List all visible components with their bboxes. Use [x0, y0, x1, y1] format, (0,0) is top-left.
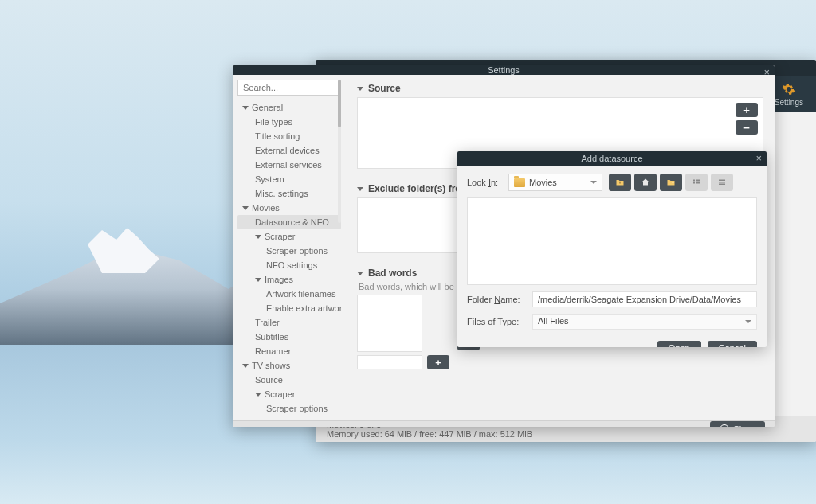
list-icon — [691, 178, 702, 187]
source-remove-button[interactable]: − — [736, 120, 758, 135]
tree-enable-extra-artwork[interactable]: Enable extra artwork — [237, 301, 341, 315]
new-folder-button[interactable] — [660, 174, 682, 191]
status-line-memory: Memory used: 64 MiB / free: 447 MiB / ma… — [327, 429, 805, 439]
tree-tv-scraper[interactable]: Scraper — [237, 387, 341, 401]
svg-rect-1 — [696, 180, 700, 182]
badwords-input[interactable] — [357, 355, 422, 369]
tree-system[interactable]: System — [237, 172, 341, 186]
settings-toolbar-button[interactable]: Settings — [775, 82, 803, 107]
open-button[interactable]: Open — [657, 341, 701, 347]
badwords-list[interactable] — [357, 295, 422, 352]
caret-down-icon — [242, 364, 249, 368]
folder-name-input[interactable] — [532, 291, 757, 307]
chevron-down-icon — [590, 181, 597, 184]
badwords-add-button[interactable]: + — [427, 355, 449, 369]
sidebar-scrollbar[interactable] — [338, 80, 341, 223]
svg-rect-3 — [696, 182, 700, 184]
settings-footer: Close — [233, 420, 775, 427]
tree-trailer[interactable]: Trailer — [237, 315, 341, 330]
tree-datasource-nfo[interactable]: Datasource & NFO — [237, 215, 341, 229]
caret-down-icon — [255, 235, 261, 239]
file-dialog-close-icon[interactable]: × — [755, 152, 762, 164]
folder-new-icon — [665, 178, 677, 187]
caret-down-icon — [255, 393, 261, 397]
details-icon — [716, 178, 728, 187]
detail-view-button[interactable] — [711, 174, 733, 191]
file-dialog: Add datasource × Look In: Movies — [457, 151, 767, 347]
source-add-button[interactable]: + — [736, 103, 758, 117]
file-list-pane[interactable] — [467, 197, 757, 285]
svg-rect-4 — [719, 180, 725, 182]
up-folder-button[interactable] — [609, 174, 631, 191]
caret-down-icon — [255, 278, 261, 282]
file-dialog-titlebar: Add datasource × — [457, 151, 767, 166]
file-dialog-title: Add datasource — [581, 154, 642, 163]
tree-renamer[interactable]: Renamer — [237, 344, 341, 358]
caret-down-icon — [242, 106, 249, 110]
folder-up-icon — [614, 178, 626, 187]
cancel-button[interactable]: Cancel — [708, 341, 757, 347]
tree-external-devices[interactable]: External devices — [237, 143, 341, 158]
caret-down-icon — [242, 206, 249, 210]
svg-rect-6 — [719, 184, 725, 186]
tree-title-sorting[interactable]: Title sorting — [237, 129, 341, 143]
settings-toolbar-label: Settings — [775, 98, 803, 107]
lookin-label: Look In: — [467, 178, 502, 187]
settings-sidebar: General File types Title sorting Externa… — [233, 75, 343, 420]
tree-misc[interactable]: Misc. settings — [237, 186, 341, 201]
caret-down-icon — [357, 87, 363, 91]
home-button[interactable] — [634, 174, 657, 191]
tree-artwork-filenames[interactable]: Artwork filenames — [237, 287, 341, 301]
home-icon — [640, 178, 651, 187]
folder-name-label: Folder Name: — [467, 295, 526, 304]
settings-close-icon[interactable]: × — [763, 66, 770, 78]
tree-scraper[interactable]: Scraper — [237, 229, 341, 244]
settings-title: Settings — [488, 65, 520, 75]
folder-icon — [514, 178, 525, 187]
tree-file-types[interactable]: File types — [237, 115, 341, 129]
settings-search-input[interactable] — [237, 80, 341, 96]
svg-rect-5 — [719, 182, 725, 183]
tree-tv-scraper-options[interactable]: Scraper options — [237, 401, 341, 416]
lookin-value: Movies — [529, 178, 557, 187]
tree-external-services[interactable]: External services — [237, 158, 341, 172]
source-header[interactable]: Source — [357, 83, 763, 94]
gear-icon — [782, 82, 796, 96]
tree-tvshows[interactable]: TV shows — [237, 358, 341, 373]
tree-nfo-settings[interactable]: NFO settings — [237, 258, 341, 272]
tree-general[interactable]: General — [237, 100, 341, 115]
files-of-type-dropdown[interactable]: All Files — [532, 314, 757, 330]
svg-rect-2 — [693, 182, 695, 184]
check-circle-icon — [720, 424, 729, 427]
svg-rect-0 — [693, 180, 695, 182]
caret-down-icon — [357, 187, 363, 191]
list-view-button[interactable] — [685, 174, 708, 191]
tree-tv-source[interactable]: Source — [237, 373, 341, 387]
scrollbar-thumb[interactable] — [338, 80, 341, 127]
caret-down-icon — [357, 272, 363, 275]
tree-subtitles[interactable]: Subtitles — [237, 330, 341, 344]
settings-titlebar: Settings × — [233, 65, 775, 75]
files-of-type-value: All Files — [538, 316, 569, 326]
tree-movies[interactable]: Movies — [237, 201, 341, 215]
lookin-dropdown[interactable]: Movies — [508, 174, 602, 191]
chevron-down-icon — [745, 320, 751, 323]
settings-close-button[interactable]: Close — [710, 421, 765, 427]
tree-scraper-options[interactable]: Scraper options — [237, 244, 341, 258]
tree-images[interactable]: Images — [237, 272, 341, 287]
files-of-type-label: Files of Type: — [467, 317, 526, 326]
